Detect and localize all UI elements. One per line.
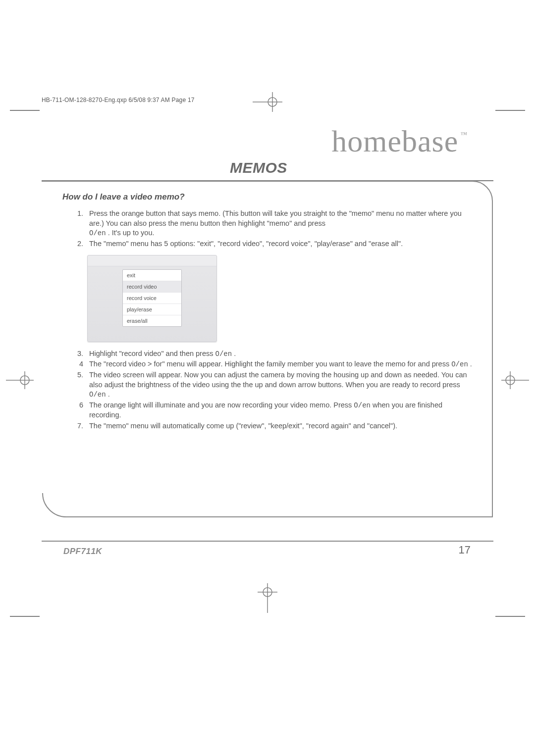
registration-mark-icon <box>501 366 529 394</box>
step-text: The orange light will illuminate and you… <box>89 401 354 409</box>
key-label: O/en <box>89 229 106 237</box>
trademark-icon: ™ <box>460 131 468 138</box>
step-text: The "record video > for" menu will appea… <box>89 360 451 368</box>
step-item: 3. Highlight "record video" and then pre… <box>86 349 473 359</box>
step-text: . <box>234 350 236 357</box>
section-title: MEMOS <box>230 159 287 176</box>
brand-logo: homebase™ <box>331 124 466 159</box>
brand-strong: home <box>331 124 402 158</box>
key-label: O/en <box>89 391 106 399</box>
key-label: O/en <box>354 402 371 409</box>
registration-mark-icon <box>6 366 34 394</box>
question-heading: How do I leave a video memo? <box>62 192 473 202</box>
steps-list: 1. Press the orange button that says mem… <box>62 209 473 249</box>
step-text: . <box>470 360 472 368</box>
step-text: The video screen will appear. Now you ca… <box>89 371 467 389</box>
step-text: Press the orange button that says memo. … <box>89 209 462 227</box>
print-header-slug: HB-711-OM-128-8270-Eng.qxp 6/5/08 9:37 A… <box>42 97 195 103</box>
step-number: 1. <box>69 209 83 219</box>
step-text: The "memo" menu has 5 options: "exit", "… <box>89 240 403 248</box>
brand-light: base <box>402 124 458 158</box>
crop-mark <box>495 616 525 617</box>
page: HB-711-OM-128-8270-Eng.qxp 6/5/08 9:37 A… <box>0 0 535 756</box>
crop-mark <box>10 110 40 111</box>
step-number: 4 <box>69 359 83 369</box>
step-item: 2. The "memo" menu has 5 options: "exit"… <box>86 239 473 249</box>
screenshot-figure: exit record video record voice play/eras… <box>87 255 217 342</box>
step-text: The "memo" menu will automatically come … <box>89 422 397 430</box>
key-label: O/en <box>451 360 468 368</box>
menu-item: exit <box>123 270 181 281</box>
menu-item-selected: record video <box>123 281 181 293</box>
divider <box>42 541 493 542</box>
crop-mark <box>495 110 525 111</box>
page-number: 17 <box>459 544 471 556</box>
registration-mark-icon <box>257 583 278 613</box>
step-item: 7. The "memo" menu will automatically co… <box>86 421 473 431</box>
step-text: . It's up to you. <box>108 229 155 237</box>
model-number: DPF711K <box>63 547 102 556</box>
step-number: 3. <box>69 349 83 359</box>
step-number: 7. <box>69 421 83 431</box>
step-number: 2. <box>69 239 83 249</box>
content-area: How do I leave a video memo? 1. Press th… <box>62 192 473 432</box>
step-text: . <box>108 390 110 398</box>
step-number: 6 <box>69 401 83 410</box>
menu-item: record voice <box>123 293 181 304</box>
step-item: 4 The "record video > for" menu will app… <box>86 359 473 369</box>
key-label: O/en <box>215 350 232 358</box>
steps-list: 3. Highlight "record video" and then pre… <box>62 349 473 431</box>
screenshot-titlebar <box>88 255 216 266</box>
crop-mark <box>10 616 40 617</box>
step-item: 6 The orange light will illuminate and y… <box>86 401 473 420</box>
menu-item: play/erase <box>123 304 181 315</box>
memo-menu: exit record video record voice play/eras… <box>122 269 182 327</box>
step-item: 1. Press the orange button that says mem… <box>86 209 473 238</box>
menu-item: erase/all <box>123 315 181 326</box>
registration-mark-icon <box>253 92 282 112</box>
step-item: 5. The video screen will appear. Now you… <box>86 370 473 400</box>
step-number: 5. <box>69 370 83 380</box>
step-text: Highlight "record video" and then press <box>89 350 215 357</box>
